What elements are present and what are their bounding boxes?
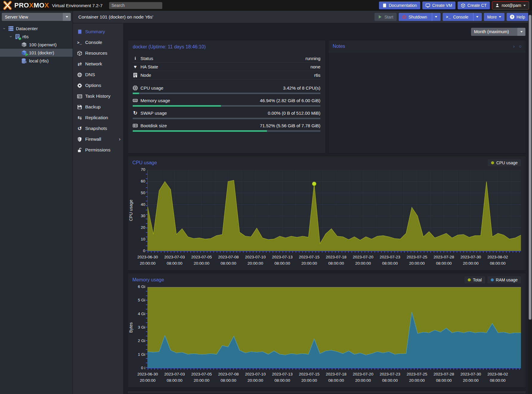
status-value: r6s [314, 73, 320, 78]
x-tick-label: 2023-07-08 08:00:00 [218, 371, 239, 384]
x-tick-label: 2023-08-02 08:00:00 [487, 254, 508, 267]
chart-legend: TotalRAM usage [464, 276, 521, 283]
x-tick-label: 2023-07-23 08:00:00 [380, 254, 400, 267]
page-scrollbar[interactable] [528, 11, 532, 394]
status-row-ha-state: ♥HA Statenone [133, 63, 320, 71]
shutdown-menu-caret[interactable] [432, 13, 437, 21]
page-title: Container 101 (docker) on node 'r6s' [78, 14, 153, 20]
x-tick-label: 2023-07-03 08:00:00 [164, 371, 185, 384]
menu-item-replication[interactable]: ⇆Replication [73, 112, 123, 123]
console-menu-caret[interactable] [473, 13, 479, 21]
period-selector[interactable]: Month (maximum) [471, 28, 525, 36]
tree-item-r6s[interactable]: ›✓r6s [0, 33, 73, 41]
menu-item-network[interactable]: ⇄Network [73, 59, 123, 69]
user-menu-button[interactable]: root@pam [492, 1, 529, 10]
version-label: Virtual Environment 7.2-7 [52, 3, 103, 8]
chart-plot[interactable]: Bytes 2023-06-30 20:00:002023-07-03 08:0… [147, 287, 521, 368]
brand-wordmark: PROXMOX [14, 1, 49, 9]
cpu-icon [133, 85, 138, 91]
console-button[interactable]: >_ Console [443, 13, 482, 21]
progress-fill [133, 105, 221, 107]
y-tick-label: 20 [130, 225, 145, 230]
menu-item-summary[interactable]: Summary [73, 26, 123, 37]
scrollbar-thumb[interactable] [529, 15, 531, 320]
cube-icon [461, 3, 465, 8]
menu-item-label: Resources [85, 50, 107, 56]
menu-item-permissions[interactable]: Permissions [73, 145, 123, 155]
legend-item-ram-usage[interactable]: RAM usage [487, 276, 521, 283]
tree-item-label: Datacenter [16, 26, 38, 31]
y-tick-label: 4 Gi [130, 312, 145, 316]
main-content: Month (maximum) docker (Uptime: 11 days … [124, 23, 532, 394]
legend-label: Total [473, 278, 482, 282]
progress-fill [133, 130, 267, 132]
shutdown-button[interactable]: Shutdown [399, 13, 441, 21]
status-label: CPU usage [140, 85, 280, 91]
chevron-down-icon [523, 5, 526, 6]
highlighted-data-point[interactable] [312, 182, 316, 186]
view-selector[interactable]: Server View [2, 13, 71, 21]
search-input[interactable] [109, 2, 162, 9]
menu-item-console[interactable]: >_Console [73, 37, 123, 48]
menu-item-label: Firewall [85, 137, 101, 142]
running-play-icon [25, 53, 29, 56]
expander-icon[interactable]: › [2, 27, 7, 30]
period-selector-label: Month (maximum) [471, 28, 517, 36]
x-tick-label: 2023-07-18 08:00:00 [326, 254, 346, 267]
menu-item-options[interactable]: Options [73, 80, 123, 91]
y-tick-label: 3 Gi [130, 325, 145, 329]
x-tick-label: 2023-07-03 08:00:00 [164, 254, 185, 267]
menu-item-label: Replication [85, 115, 108, 120]
progress-bar [133, 105, 320, 107]
menu-item-label: Summary [85, 29, 105, 34]
status-value: 71.52% (5.56 GiB of 7.78 GiB) [260, 123, 320, 128]
status-row-node: Noder6s [133, 71, 320, 79]
y-tick-label: 60 [130, 179, 145, 183]
notes-panel-title: Notes [333, 44, 345, 49]
create-ct-button[interactable]: Create CT [458, 1, 490, 9]
terminal-icon: >_ [446, 15, 451, 19]
edit-notes-icon[interactable]: ○ [519, 44, 522, 49]
x-tick-label: 2023-07-10 20:00:00 [245, 254, 266, 267]
legend-label: RAM usage [496, 278, 518, 282]
notes-content[interactable] [328, 52, 526, 153]
menu-item-task-history[interactable]: Task History [73, 91, 123, 102]
legend-item-total[interactable]: Total [464, 276, 485, 283]
tree-item-101-docker[interactable]: 101 (docker) [0, 49, 73, 57]
storage-icon [21, 58, 27, 64]
network-icon: ⇄ [77, 62, 82, 67]
menu-item-resources[interactable]: Resources [73, 48, 123, 59]
y-tick-label: 0 i [130, 366, 145, 370]
x-tick-label: 2023-07-28 08:00:00 [433, 254, 454, 267]
y-tick-label: 5 Gi [130, 298, 145, 302]
status-panel-title: docker (Uptime: 11 days 18:46:10) [133, 44, 320, 50]
legend-item-cpu-usage[interactable]: CPU usage [488, 159, 521, 166]
status-label: Node [140, 73, 311, 78]
expander-icon[interactable]: › [9, 35, 14, 38]
menu-item-dns[interactable]: DNS [73, 69, 123, 80]
x-tick-label: 2023-07-15 20:00:00 [299, 254, 319, 267]
chevron-down-icon [499, 16, 501, 18]
tree-item-label: 101 (docker) [29, 50, 54, 55]
tree-item-local-r6s[interactable]: local (r6s) [0, 57, 73, 65]
x-tick-label: 2023-06-30 20:00:00 [137, 371, 158, 384]
status-row-bootdisk-size: Bootdisk size71.52% (5.56 GiB of 7.78 Gi… [133, 121, 320, 130]
start-button[interactable]: Start [374, 13, 397, 21]
menu-item-backup[interactable]: Backup [73, 102, 123, 112]
more-button[interactable]: More [484, 13, 505, 21]
shield-icon [77, 137, 82, 142]
book-icon [382, 3, 387, 8]
menu-item-firewall[interactable]: Firewall› [73, 134, 123, 145]
chart-plot[interactable]: CPU usage 2023-06-30 20:00:002023-07-03 … [147, 170, 521, 251]
collapse-icon[interactable]: › [513, 44, 515, 49]
documentation-button[interactable]: Documentation [379, 1, 420, 9]
tree-item-datacenter[interactable]: ›Datacenter [0, 24, 73, 33]
progress-bar [133, 93, 320, 94]
help-button[interactable]: ? Help [507, 13, 528, 21]
create-vm-button[interactable]: Create VM [422, 1, 455, 9]
tree-item-100-openwrt[interactable]: 100 (openwrt) [0, 41, 73, 49]
x-tick-label: 2023-07-05 20:00:00 [191, 371, 212, 384]
x-tick-label: 2023-08-02 08:00:00 [487, 371, 508, 384]
x-tick-label: 2023-06-30 20:00:00 [137, 254, 158, 267]
menu-item-snapshots[interactable]: ↺Snapshots [73, 123, 123, 134]
